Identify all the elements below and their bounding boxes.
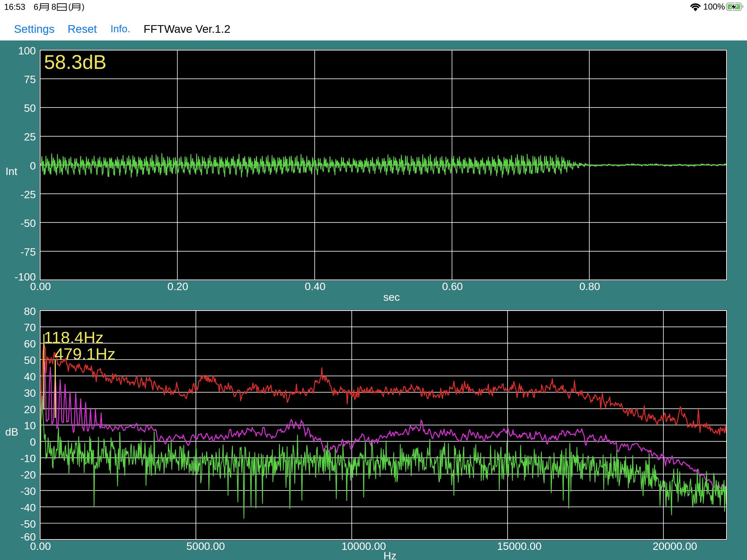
svg-text:100%: 100%	[703, 2, 725, 11]
svg-text:0.00: 0.00	[30, 281, 51, 292]
svg-text:0: 0	[30, 436, 36, 448]
svg-text:10000.00: 10000.00	[341, 540, 386, 552]
svg-text:sec: sec	[383, 291, 400, 303]
svg-text:16:53: 16:53	[4, 2, 25, 12]
svg-text:(: (	[68, 2, 71, 11]
svg-text:Info.: Info.	[110, 23, 130, 34]
svg-text:Int: Int	[5, 166, 18, 177]
svg-text:6: 6	[34, 2, 38, 12]
svg-text:-50: -50	[21, 218, 36, 229]
svg-text:Hz: Hz	[383, 550, 396, 560]
svg-text:-30: -30	[21, 485, 36, 497]
svg-text:10: 10	[24, 420, 36, 432]
svg-text:50: 50	[24, 102, 36, 114]
svg-text:100: 100	[18, 45, 36, 57]
svg-text:479.1Hz: 479.1Hz	[54, 345, 115, 363]
svg-text:60: 60	[24, 338, 36, 350]
svg-text:30: 30	[24, 387, 36, 399]
svg-text:Settings: Settings	[14, 23, 54, 35]
svg-text:0.20: 0.20	[168, 281, 188, 292]
svg-text:Reset: Reset	[68, 23, 97, 35]
svg-text:-40: -40	[21, 502, 36, 513]
svg-text:40: 40	[24, 371, 36, 383]
svg-text:0.60: 0.60	[442, 281, 463, 292]
svg-text:-25: -25	[21, 189, 36, 200]
svg-text:0: 0	[30, 160, 36, 172]
svg-text:25: 25	[24, 131, 36, 143]
svg-text:58.3dB: 58.3dB	[44, 51, 106, 73]
svg-text:118.4Hz: 118.4Hz	[44, 328, 104, 347]
svg-text:8: 8	[51, 2, 56, 12]
svg-text:-50: -50	[21, 518, 36, 530]
svg-text:-20: -20	[21, 469, 36, 481]
svg-text:70: 70	[24, 322, 36, 333]
svg-text:-75: -75	[21, 246, 36, 258]
svg-text:dB: dB	[5, 426, 18, 438]
svg-text:5000.00: 5000.00	[186, 540, 225, 552]
svg-text:0.80: 0.80	[579, 281, 600, 292]
svg-text:0.40: 0.40	[305, 281, 325, 292]
svg-text:0.00: 0.00	[30, 540, 51, 552]
svg-text:15000.00: 15000.00	[497, 540, 542, 552]
svg-text:20000.00: 20000.00	[653, 540, 697, 552]
svg-text:50: 50	[24, 354, 36, 366]
svg-text:FFTWave Ver.1.2: FFTWave Ver.1.2	[144, 23, 230, 35]
svg-text:20: 20	[24, 404, 36, 415]
svg-text:): )	[82, 2, 84, 11]
svg-text:-10: -10	[21, 453, 36, 464]
svg-text:75: 75	[24, 74, 36, 85]
svg-text:80: 80	[24, 305, 36, 317]
